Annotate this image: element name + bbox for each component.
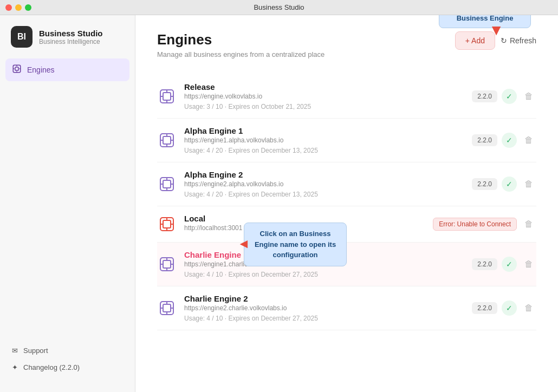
version-badge: 2.2.0 xyxy=(472,302,497,314)
error-badge: Error: Unable to Connect xyxy=(433,218,517,231)
delete-icon[interactable]: 🗑 xyxy=(521,133,536,148)
content-inner: Engines Manage all business engines from… xyxy=(135,15,558,347)
changelog-icon: ✦ xyxy=(12,363,18,371)
engine-callout: Click on an Business Engine name to open… xyxy=(244,223,347,266)
svg-rect-13 xyxy=(163,136,171,144)
app-body: BI Business Studio Business Intelligence xyxy=(0,15,558,392)
svg-rect-37 xyxy=(163,304,171,312)
engine-local-wrapper: Click on an Business Engine name to open… xyxy=(157,206,536,243)
sidebar-nav: Engines xyxy=(0,58,135,337)
engine-icon xyxy=(157,214,177,234)
status-icon: ✓ xyxy=(502,89,517,104)
delete-icon[interactable]: 🗑 xyxy=(521,217,536,232)
engine-meta: Usage: 4 / 20 · Expires on December 13, … xyxy=(184,191,464,198)
app-name: Business Studio xyxy=(39,29,103,38)
engine-name: Local xyxy=(184,214,425,223)
engine-icon xyxy=(157,174,177,194)
engine-url: https://engine2.charlie.volkovlabs.io xyxy=(184,304,464,312)
add-arrow-icon: ▼ xyxy=(489,22,504,39)
sidebar-logo: BI Business Studio Business Intelligence xyxy=(0,26,135,58)
engine-icon xyxy=(157,298,177,318)
page-header: Engines Manage all business engines from… xyxy=(157,31,536,58)
engine-item[interactable]: Alpha Engine 2 https://engine2.alpha.vol… xyxy=(157,162,536,206)
svg-rect-1 xyxy=(15,67,18,70)
delete-icon[interactable]: 🗑 xyxy=(521,89,536,104)
engine-item[interactable]: Charlie Engine 1 https://engine1.charlie… xyxy=(157,243,536,286)
page-subtitle: Manage all business engines from a centr… xyxy=(157,50,325,58)
engine-name: Charlie Engine 2 xyxy=(184,294,464,303)
engine-actions: 2.2.0 ✓ 🗑 xyxy=(472,257,536,272)
app-subtitle: Business Intelligence xyxy=(39,38,103,45)
version-badge: 2.2.0 xyxy=(472,90,497,102)
sidebar-support[interactable]: ✉ Support xyxy=(5,342,129,359)
engine-list: Release https://engine.volkovlabs.io Usa… xyxy=(157,75,536,330)
engine-info: Alpha Engine 2 https://engine2.alpha.vol… xyxy=(184,170,464,198)
engine-item[interactable]: Local http://localhost:3001 Error: Unabl… xyxy=(157,206,536,243)
engine-name: Release xyxy=(184,82,464,92)
delete-icon[interactable]: 🗑 xyxy=(521,177,536,192)
status-icon: ✓ xyxy=(502,177,517,192)
status-icon: ✓ xyxy=(502,300,517,316)
changelog-label: Changelog (2.2.0) xyxy=(23,363,80,371)
svg-rect-25 xyxy=(163,220,171,228)
engine-actions: 2.2.0 ✓ 🗑 xyxy=(472,177,536,192)
engine-meta: Usage: 4 / 20 · Expires on December 13, … xyxy=(184,147,464,154)
main-content: Engines Manage all business engines from… xyxy=(135,15,558,392)
title-bar: Business Studio xyxy=(0,0,558,15)
support-icon: ✉ xyxy=(12,347,18,355)
engine-actions: 2.2.0 ✓ 🗑 xyxy=(472,300,536,316)
sidebar: BI Business Studio Business Intelligence xyxy=(0,15,135,392)
window-title: Business Studio xyxy=(254,3,304,11)
version-badge: 2.2.0 xyxy=(472,134,497,146)
logo-text: Business Studio Business Intelligence xyxy=(39,29,103,45)
engine-info: Alpha Engine 1 https://engine1.alpha.vol… xyxy=(184,126,464,154)
minimize-button[interactable] xyxy=(15,4,22,11)
engine-icon xyxy=(157,87,177,106)
version-badge: 2.2.0 xyxy=(472,258,497,270)
refresh-button[interactable]: ↻ Refresh xyxy=(501,36,536,45)
engine-actions: Error: Unable to Connect 🗑 xyxy=(433,217,536,232)
svg-rect-19 xyxy=(163,180,171,188)
window-controls xyxy=(5,4,31,11)
engine-name: Alpha Engine 1 xyxy=(184,126,464,135)
engine-url: https://engine1.alpha.volkovlabs.io xyxy=(184,136,464,144)
engine-item[interactable]: Alpha Engine 1 https://engine1.alpha.vol… xyxy=(157,119,536,162)
engine-info: Release https://engine.volkovlabs.io Usa… xyxy=(184,82,464,110)
engines-icon xyxy=(12,64,22,76)
status-icon: ✓ xyxy=(502,133,517,148)
engine-item[interactable]: Release https://engine.volkovlabs.io Usa… xyxy=(157,75,536,119)
engine-arrow-icon: ◄ xyxy=(237,236,250,251)
status-icon: ✓ xyxy=(502,257,517,272)
svg-rect-7 xyxy=(163,93,171,100)
engine-item[interactable]: Charlie Engine 2 https://engine2.charlie… xyxy=(157,286,536,330)
sidebar-footer: ✉ Support ✦ Changelog (2.2.0) xyxy=(0,337,135,381)
engine-meta: Usage: 4 / 10 · Expires on December 27, … xyxy=(184,315,464,322)
header-actions: Click to add a new Business Engine + Add… xyxy=(455,31,536,50)
engine-icon xyxy=(157,254,177,274)
add-callout: Click to add a new Business Engine xyxy=(439,15,531,28)
sidebar-item-engines-label: Engines xyxy=(27,66,55,74)
delete-icon[interactable]: 🗑 xyxy=(521,257,536,272)
engine-meta: Usage: 4 / 10 · Expires on December 27, … xyxy=(184,271,464,278)
maximize-button[interactable] xyxy=(25,4,31,11)
engine-actions: 2.2.0 ✓ 🗑 xyxy=(472,89,536,104)
engine-meta: Usage: 3 / 10 · Expires on October 21, 2… xyxy=(184,103,464,110)
close-button[interactable] xyxy=(5,4,12,11)
engine-info: Charlie Engine 2 https://engine2.charlie… xyxy=(184,294,464,322)
engine-url: https://engine2.alpha.volkovlabs.io xyxy=(184,180,464,188)
version-badge: 2.2.0 xyxy=(472,178,497,190)
engine-icon xyxy=(157,130,177,150)
logo-icon: BI xyxy=(11,26,33,48)
page-title-section: Engines Manage all business engines from… xyxy=(157,31,325,58)
support-label: Support xyxy=(23,347,48,355)
svg-rect-31 xyxy=(163,260,171,268)
engine-actions: 2.2.0 ✓ 🗑 xyxy=(472,133,536,148)
engine-url: https://engine.volkovlabs.io xyxy=(184,93,464,100)
sidebar-changelog[interactable]: ✦ Changelog (2.2.0) xyxy=(5,359,129,376)
sidebar-item-engines[interactable]: Engines xyxy=(5,58,129,81)
page-title: Engines xyxy=(157,31,325,48)
delete-icon[interactable]: 🗑 xyxy=(521,300,536,316)
engine-name: Alpha Engine 2 xyxy=(184,170,464,179)
